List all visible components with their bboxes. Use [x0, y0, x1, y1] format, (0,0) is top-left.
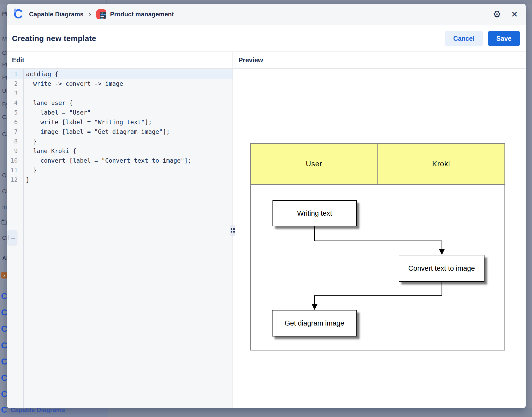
- lane-header-user: User: [251, 144, 378, 184]
- line-number: 9: [7, 146, 23, 156]
- capable-logo-small: C: [1, 405, 7, 408]
- line-number: 11: [7, 166, 23, 175]
- backdrop-sidebar-item: Cl: [2, 235, 7, 241]
- product-management-icon: [96, 9, 106, 19]
- lane-header-kroki: Kroki: [378, 144, 505, 184]
- capable-logo-small: C: [1, 389, 7, 399]
- line-number: 2: [7, 79, 23, 89]
- backdrop-sidebar-item: Ul: [2, 88, 7, 94]
- expand-sidebar-arrow-icon: →: [10, 235, 16, 241]
- code-line[interactable]: 1actdiag {: [7, 69, 232, 79]
- backdrop-bottom-strip: C Capable Diagrams: [0, 408, 532, 417]
- line-number: 12: [7, 175, 23, 185]
- line-text: }: [23, 175, 30, 185]
- line-number: 3: [7, 89, 23, 98]
- backdrop-sidebar-item: Pr: [2, 74, 7, 81]
- backdrop-sidebar-item: Ca: [2, 131, 7, 138]
- preview-pane-title: Preview: [233, 52, 526, 69]
- code-line[interactable]: 9 lane Kroki {: [7, 146, 232, 156]
- code-line[interactable]: 2 write -> convert -> image: [7, 79, 232, 89]
- screen: ▲ PrMClPrPrUlByCaCaOClInClAPCCCCCCCC C C…: [0, 0, 532, 417]
- modal-title-row: Creating new template Cancel Save: [7, 25, 526, 52]
- capable-logo-small: C: [1, 307, 7, 317]
- line-number: 7: [7, 127, 23, 137]
- settings-icon[interactable]: ⚙: [493, 10, 501, 19]
- backdrop-sidebar-item: M: [2, 35, 7, 42]
- close-icon[interactable]: ✕: [511, 10, 518, 18]
- app-orange-icon: ▲: [1, 272, 7, 279]
- backdrop-sidebar-item: AP: [2, 255, 7, 262]
- line-text: }: [23, 137, 37, 146]
- line-number: 10: [7, 156, 23, 166]
- backdrop-right-strip: [526, 4, 532, 408]
- capable-logo-small: C: [1, 356, 7, 367]
- backdrop-top-seam: [107, 0, 107, 4]
- code-line[interactable]: 7 image [label = "Get diagram image"];: [7, 127, 232, 137]
- line-text: lane Kroki {: [23, 146, 76, 156]
- backdrop-sidebar-divider: [0, 25, 7, 25]
- capable-logo-small: C: [1, 340, 7, 350]
- backdrop-bottom-link: Capable Diagrams: [11, 408, 65, 414]
- line-text: image [label = "Get diagram image"];: [23, 127, 170, 137]
- diagram-node-image: Get diagram image: [272, 310, 357, 336]
- code-editor-rows: 1actdiag {2 write -> convert -> image34 …: [7, 69, 232, 185]
- line-text: label = "User": [23, 108, 91, 117]
- backdrop-sidebar-item: O: [2, 172, 7, 179]
- code-line[interactable]: 6 write [label = "Writing text"];: [7, 117, 232, 127]
- expand-sidebar-bar: [9, 235, 9, 240]
- template-editor-modal: C Capable Diagrams › Product management …: [7, 4, 526, 408]
- line-text: convert [label = "Convert text to image"…: [23, 156, 191, 166]
- modal-header-bar: C Capable Diagrams › Product management …: [7, 4, 526, 25]
- diagram-node-convert: Convert text to image: [399, 255, 484, 282]
- modal-content: Edit 1actdiag {2 write -> convert -> ima…: [7, 52, 526, 408]
- page-title: Creating new template: [12, 34, 445, 43]
- code-line[interactable]: 10 convert [label = "Convert text to ima…: [7, 156, 232, 166]
- code-line[interactable]: 12}: [7, 175, 232, 185]
- code-line[interactable]: 5 label = "User": [7, 108, 232, 117]
- line-text: lane user {: [23, 98, 73, 108]
- code-line[interactable]: 3: [7, 89, 232, 98]
- backdrop-sidebar-item: By: [2, 101, 7, 108]
- backdrop-sidebar-item: In: [2, 204, 7, 210]
- line-number: 4: [7, 98, 23, 108]
- line-number: 1: [7, 69, 23, 79]
- folder-icon: [2, 221, 7, 224]
- cancel-button[interactable]: Cancel: [445, 31, 483, 46]
- capable-diagrams-logo: C: [14, 8, 25, 21]
- breadcrumb-app[interactable]: Capable Diagrams: [29, 11, 83, 18]
- code-line[interactable]: 8 }: [7, 137, 232, 146]
- preview-pane: Preview User Kroki: [233, 52, 526, 408]
- edit-pane-title: Edit: [7, 52, 232, 69]
- line-text: }: [23, 166, 37, 175]
- line-number: 8: [7, 137, 23, 146]
- line-text: write [label = "Writing text"];: [23, 117, 152, 127]
- diagram-lane-header-row: User Kroki: [251, 144, 504, 185]
- breadcrumb-page[interactable]: Product management: [110, 11, 174, 18]
- capable-logo-small: C: [1, 373, 7, 383]
- backdrop-sidebar-item: Pr: [2, 10, 7, 17]
- lane-body-divider: [378, 185, 378, 350]
- line-text: write -> convert -> image: [23, 79, 123, 89]
- edit-pane: Edit 1actdiag {2 write -> convert -> ima…: [7, 52, 232, 408]
- backdrop-sidebar-item: Cl: [2, 188, 7, 195]
- capable-logo-small: C: [1, 291, 7, 301]
- preview-canvas: User Kroki Writing text Convert text to …: [233, 69, 526, 408]
- diagram-node-write: Writing text: [272, 200, 357, 226]
- code-editor[interactable]: 1actdiag {2 write -> convert -> image34 …: [7, 69, 232, 408]
- capable-logo-small: C: [1, 324, 7, 334]
- backdrop-sidebar: ▲ PrMClPrPrUlByCaCaOClInClAPCCCCCCCC: [0, 4, 7, 408]
- backdrop-bottom-seam: [108, 408, 108, 417]
- line-number: 5: [7, 108, 23, 117]
- save-button[interactable]: Save: [488, 31, 520, 46]
- backdrop-sidebar-item: Ca: [2, 114, 7, 121]
- gutter-divider: [23, 69, 24, 408]
- actdiag-diagram: User Kroki Writing text Convert text to …: [250, 143, 505, 350]
- line-text: actdiag {: [23, 69, 58, 79]
- code-line[interactable]: 11 }: [7, 166, 232, 175]
- code-line[interactable]: 4 lane user {: [7, 98, 232, 108]
- backdrop-sidebar-item: Pr: [2, 61, 7, 68]
- breadcrumb-chevron-icon: ›: [89, 10, 91, 18]
- line-number: 6: [7, 117, 23, 127]
- expand-sidebar-button[interactable]: →: [7, 230, 17, 245]
- product-management-icon-panel: [100, 12, 106, 19]
